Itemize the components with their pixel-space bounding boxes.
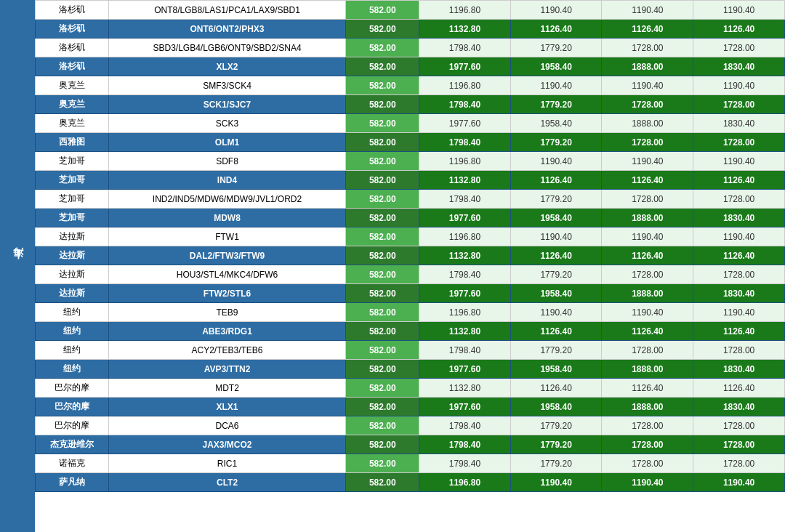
table-row: 芝加哥MDW8582.001977.601958.401888.001830.4… [36,209,785,227]
value-cell-1: 1196.80 [419,76,511,95]
price-cell: 582.00 [346,57,419,76]
value-cell-1: 1132.80 [419,246,511,265]
price-cell: 582.00 [346,20,419,39]
value-cell-2: 1779.20 [510,190,602,209]
value-cell-3: 1190.40 [602,227,693,246]
route-cell: ONT6/ONT2/PHX3 [108,20,346,39]
price-cell: 582.00 [346,416,419,435]
city-cell: 奥克兰 [36,114,109,133]
table-row: 芝加哥SDF8582.001196.801190.401190.401190.4… [36,152,785,171]
price-cell: 582.00 [346,133,419,152]
value-cell-3: 1888.00 [602,209,693,227]
value-cell-4: 1728.00 [693,454,785,473]
value-cell-2: 1958.40 [510,398,602,416]
value-cell-1: 1132.80 [419,171,511,190]
route-cell: SMF3/SCK4 [108,76,346,95]
route-cell: SDF8 [108,152,346,171]
price-cell: 582.00 [346,39,419,57]
value-cell-2: 1126.40 [510,379,602,398]
value-cell-1: 1196.80 [419,473,511,492]
table-row: 奥克兰SCK1/SJC7582.001798.401779.201728.001… [36,95,785,114]
price-cell: 582.00 [346,1,419,20]
value-cell-4: 1728.00 [693,190,785,209]
price-cell: 582.00 [346,473,419,492]
data-table: 洛杉矶ONT8/LGB8/LAS1/PCA1/LAX9/SBD1582.0011… [35,0,785,492]
table-row: 巴尔的摩DCA6582.001798.401779.201728.001728.… [36,416,785,435]
city-cell: 巴尔的摩 [36,379,109,398]
route-cell: SBD3/LGB4/LGB6/ONT9/SBD2/SNA4 [108,39,346,57]
value-cell-2: 1126.40 [510,322,602,341]
price-cell: 582.00 [346,209,419,227]
route-cell: ONT8/LGB8/LAS1/PCA1/LAX9/SBD1 [108,1,346,20]
route-cell: TEB9 [108,303,346,322]
value-cell-2: 1190.40 [510,303,602,322]
value-cell-3: 1888.00 [602,360,693,379]
value-cell-2: 1190.40 [510,473,602,492]
price-cell: 582.00 [346,190,419,209]
value-cell-1: 1798.40 [419,341,511,360]
value-cell-2: 1190.40 [510,1,602,20]
value-cell-1: 1798.40 [419,39,511,57]
value-cell-3: 1190.40 [602,303,693,322]
price-cell: 582.00 [346,322,419,341]
value-cell-1: 1132.80 [419,379,511,398]
route-cell: DAL2/FTW3/FTW9 [108,246,346,265]
route-cell: ABE3/RDG1 [108,322,346,341]
table-row: 洛杉矶SBD3/LGB4/LGB6/ONT9/SBD2/SNA4582.0017… [36,39,785,57]
table-row: 洛杉矶XLX2582.001977.601958.401888.001830.4… [36,57,785,76]
city-cell: 纽约 [36,303,109,322]
value-cell-3: 1888.00 [602,284,693,303]
table-row: 巴尔的摩XLX1582.001977.601958.401888.001830.… [36,398,785,416]
route-cell: CLT2 [108,473,346,492]
table-row: 奥克兰SCK3582.001977.601958.401888.001830.4… [36,114,785,133]
route-cell: JAX3/MCO2 [108,435,346,454]
value-cell-4: 1728.00 [693,95,785,114]
value-cell-2: 1779.20 [510,435,602,454]
city-cell: 洛杉矶 [36,20,109,39]
city-cell: 芝加哥 [36,152,109,171]
table-wrapper[interactable]: 洛杉矶ONT8/LGB8/LAS1/PCA1/LAX9/SBD1582.0011… [35,0,785,532]
table-row: 芝加哥IND2/IND5/MDW6/MDW9/JVL1/ORD2582.0017… [36,190,785,209]
city-cell: 杰克逊维尔 [36,435,109,454]
value-cell-4: 1126.40 [693,171,785,190]
page-wrapper: 上海 洛杉矶ONT8/LGB8/LAS1/PCA1/LAX9/SBD1582.0… [0,0,785,532]
price-cell: 582.00 [346,265,419,284]
table-row: 奥克兰SMF3/SCK4582.001196.801190.401190.401… [36,76,785,95]
value-cell-3: 1190.40 [602,152,693,171]
price-cell: 582.00 [346,435,419,454]
value-cell-4: 1728.00 [693,265,785,284]
city-cell: 达拉斯 [36,284,109,303]
value-cell-2: 1958.40 [510,114,602,133]
city-cell: 奥克兰 [36,76,109,95]
route-cell: IND2/IND5/MDW6/MDW9/JVL1/ORD2 [108,190,346,209]
price-cell: 582.00 [346,341,419,360]
value-cell-3: 1728.00 [602,341,693,360]
route-cell: XLX1 [108,398,346,416]
value-cell-1: 1977.60 [419,360,511,379]
route-cell: OLM1 [108,133,346,152]
price-cell: 582.00 [346,246,419,265]
value-cell-3: 1728.00 [602,95,693,114]
value-cell-2: 1779.20 [510,133,602,152]
value-cell-2: 1126.40 [510,171,602,190]
route-cell: IND4 [108,171,346,190]
value-cell-4: 1126.40 [693,20,785,39]
value-cell-1: 1196.80 [419,227,511,246]
value-cell-3: 1126.40 [602,20,693,39]
value-cell-3: 1126.40 [602,322,693,341]
value-cell-2: 1779.20 [510,341,602,360]
value-cell-2: 1779.20 [510,95,602,114]
route-cell: MDT2 [108,379,346,398]
sidebar-label: 上海 [11,263,24,269]
value-cell-2: 1958.40 [510,284,602,303]
value-cell-4: 1190.40 [693,303,785,322]
value-cell-3: 1728.00 [602,265,693,284]
value-cell-2: 1779.20 [510,39,602,57]
route-cell: FTW1 [108,227,346,246]
value-cell-4: 1190.40 [693,1,785,20]
price-cell: 582.00 [346,227,419,246]
table-row: 芝加哥IND4582.001132.801126.401126.401126.4… [36,171,785,190]
city-cell: 巴尔的摩 [36,416,109,435]
value-cell-4: 1830.40 [693,209,785,227]
table-row: 巴尔的摩MDT2582.001132.801126.401126.401126.… [36,379,785,398]
